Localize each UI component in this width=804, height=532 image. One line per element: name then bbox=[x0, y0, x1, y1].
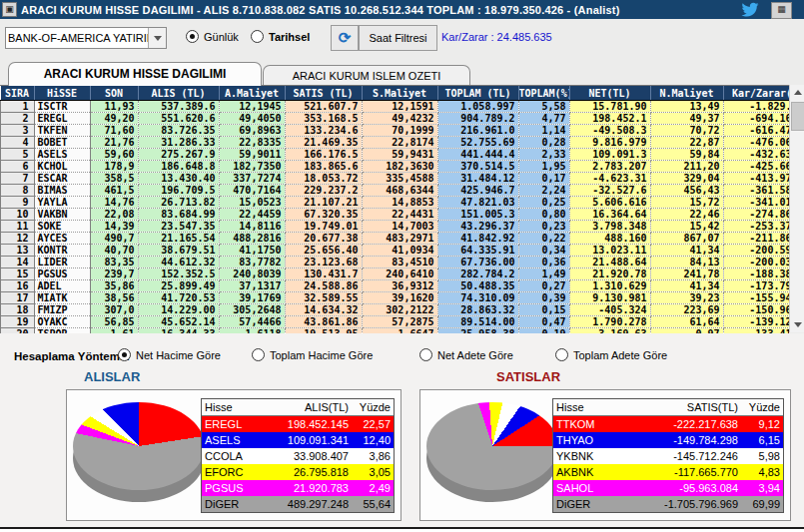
legend-column-header: Yüzde bbox=[353, 399, 394, 415]
legend-hisse: AKBNK bbox=[553, 464, 612, 480]
cell-toplam: 64.335.91 bbox=[437, 245, 518, 257]
cell-son: 40,70 bbox=[90, 245, 138, 257]
cell-alis: 83.726.35 bbox=[138, 125, 219, 137]
table-row[interactable]: 1ISCTR11,93537.389.612,1945521.607.712,1… bbox=[1, 101, 790, 113]
table-row[interactable]: 11SOKE14,3923.547.3514,811619.749.0114,7… bbox=[1, 221, 790, 233]
legend-hisse: PGSUS bbox=[202, 480, 261, 496]
legend-row[interactable]: EREGL198.452.14522,57 bbox=[202, 416, 394, 432]
legend-row[interactable]: TTKOM-222.217.6389,12 bbox=[553, 416, 783, 432]
legend-row[interactable]: CCOLA33.908.4073,86 bbox=[202, 448, 394, 464]
window-icon[interactable]: ▣ bbox=[2, 2, 17, 17]
column-header-net[interactable]: NET(TL) bbox=[569, 86, 650, 101]
column-header-a-maliyet[interactable]: A.Maliyet bbox=[219, 86, 285, 101]
table-row[interactable]: 7ESCAR358,513.430.40337,727418.053.72335… bbox=[1, 173, 790, 185]
cell-son: 35,86 bbox=[90, 280, 138, 292]
table-row[interactable]: 3TKFEN71,6083.726.3569,8963133.234.670,1… bbox=[1, 125, 790, 137]
cell-alis: 537.389.6 bbox=[138, 101, 219, 113]
table-row[interactable]: 2EREGL49,20551.620.649,4050353.168.549,4… bbox=[1, 113, 790, 125]
cell-net: 488.160 bbox=[569, 233, 650, 245]
cell-toplam: 151.005.3 bbox=[437, 209, 518, 221]
radio-toplam-hacime[interactable]: Toplam Hacime Göre bbox=[252, 348, 373, 361]
legend-row[interactable]: EFORC26.795.8183,05 bbox=[202, 464, 394, 480]
column-header-sira[interactable]: SIRA bbox=[1, 86, 35, 101]
legend-value: -95.963.084 bbox=[612, 480, 742, 496]
legend-row[interactable]: AKBNK-117.665.7704,83 bbox=[553, 464, 783, 480]
cell-sira: 16 bbox=[1, 280, 35, 292]
refresh-button[interactable]: ⟳ bbox=[331, 25, 359, 51]
table-row[interactable]: 17MIATK38,5641.720.5339,176932.589.5539,… bbox=[1, 292, 790, 304]
cell-a-maliyet: 57,4466 bbox=[219, 316, 285, 328]
broker-select[interactable]: BANK-OF-AMERICA YATIRIM bbox=[5, 27, 167, 49]
alislar-pie-chart bbox=[73, 402, 205, 506]
table-row[interactable]: 19OYAKC56,8545.652.1457,446643.861.8657,… bbox=[1, 316, 790, 328]
vertical-scrollbar[interactable] bbox=[789, 85, 804, 332]
table-row[interactable]: 6KCHOL178,9186.648.8182,7350183.865.6182… bbox=[1, 161, 790, 173]
table-row[interactable]: 16ADEL35,8625.899.4937,131724.588.8636,9… bbox=[1, 280, 790, 292]
column-header-son[interactable]: SON bbox=[90, 86, 138, 101]
column-header-hisse[interactable]: HiSSE bbox=[34, 86, 90, 101]
legend-yuzde: 3,86 bbox=[353, 448, 394, 464]
table-row[interactable]: 18FMIZP307,014.229.00305,264814.634.3230… bbox=[1, 304, 790, 316]
window-menu-icon[interactable]: ▦ bbox=[771, 2, 792, 19]
radio-dot bbox=[186, 30, 199, 43]
cell-kar-zarar: -188.384 bbox=[723, 268, 789, 280]
legend-row[interactable]: ASELS109.091.34112,40 bbox=[202, 432, 394, 448]
legend-hisse: CCOLA bbox=[202, 448, 261, 464]
cell-hisse: ADEL bbox=[34, 280, 90, 292]
table-row[interactable]: 14LIDER83,3544.612.3283,778223.123.6883,… bbox=[1, 257, 790, 268]
legend-header: HisseSATIS(TL)Yüzde bbox=[553, 399, 783, 416]
table-row[interactable]: 12AYCES490,721.165.54488,281620.677.3848… bbox=[1, 233, 790, 245]
radio-gunluk[interactable]: Günlük bbox=[186, 30, 239, 43]
cell-sira: 2 bbox=[1, 113, 35, 125]
radio-net-adete[interactable]: Net Adete Göre bbox=[419, 348, 513, 361]
chevron-down-icon[interactable] bbox=[148, 28, 166, 48]
column-header-kar-zarar[interactable]: Kar/Zarar( bbox=[723, 86, 789, 101]
tab-hisse-dagilimi[interactable]: ARACI KURUM HISSE DAGILIMI bbox=[8, 62, 262, 86]
cell-kar-zarar: -425.663 bbox=[723, 161, 789, 173]
column-header-n-maliyet[interactable]: N.Maliyet bbox=[650, 86, 723, 101]
radio-toplam-adete[interactable]: Toplam Adete Göre bbox=[555, 348, 667, 361]
saat-filtresi-button[interactable]: Saat Filtresi bbox=[359, 25, 437, 51]
legend-yuzde: 5,98 bbox=[742, 448, 783, 464]
cell-son: 307,0 bbox=[90, 304, 138, 316]
cell-sira: 9 bbox=[1, 197, 35, 209]
legend-row[interactable]: YKBNK-145.712.2465,98 bbox=[553, 448, 783, 464]
column-header-toplam-pct[interactable]: TOPLAM(%) bbox=[518, 86, 569, 101]
table-row[interactable]: 8BIMAS461,5196.709.5470,7164229.237.2468… bbox=[1, 185, 790, 197]
cell-toplam-pct: 5,58 bbox=[518, 101, 569, 113]
column-header-s-maliyet[interactable]: S.Maliyet bbox=[362, 86, 437, 101]
table-row[interactable]: 10VAKBN22,0883.684.9922,445967.320.3522,… bbox=[1, 209, 790, 221]
legend-row[interactable]: PGSUS21.920.7832,49 bbox=[202, 480, 394, 496]
table-row[interactable]: 15PGSUS239,7152.352.5240,8039130.431.724… bbox=[1, 268, 790, 280]
scroll-up-icon[interactable] bbox=[790, 85, 804, 100]
scroll-down-icon[interactable] bbox=[790, 317, 804, 332]
legend-yuzde: 3,05 bbox=[353, 464, 394, 480]
table-row[interactable]: 9YAYLA14,7626.713.8215,052321.107.2114,8… bbox=[1, 197, 790, 209]
legend-row[interactable]: DiGER489.297.24855,64 bbox=[202, 496, 394, 512]
legend-row[interactable]: THYAO-149.784.2986,15 bbox=[553, 432, 783, 448]
cell-hisse: EREGL bbox=[34, 113, 90, 125]
legend-row[interactable]: DiGER-1.705.796.96969,99 bbox=[553, 496, 783, 512]
column-header-satis[interactable]: SATIS (TL) bbox=[285, 86, 362, 101]
cell-sira: 6 bbox=[1, 161, 35, 173]
cell-net: 3.798.348 bbox=[569, 221, 650, 233]
cell-alis: 45.652.14 bbox=[138, 316, 219, 328]
table-row[interactable]: 5ASELS59,60275.267.959,9011166.176.559,9… bbox=[1, 149, 790, 161]
twitter-icon[interactable] bbox=[740, 1, 760, 18]
cell-hisse: KONTR bbox=[34, 245, 90, 257]
cell-kar-zarar: -616.479 bbox=[723, 125, 789, 137]
scrollbar-thumb[interactable] bbox=[791, 102, 804, 131]
cell-net: 13.023.11 bbox=[569, 245, 650, 257]
radio-net-hacime[interactable]: Net Hacime Göre bbox=[118, 348, 221, 361]
table-row[interactable]: 13KONTR40,7038.679.5141,175025.656.4041,… bbox=[1, 245, 790, 257]
cell-toplam-pct: 2,24 bbox=[518, 185, 569, 197]
cell-net: 21.920.78 bbox=[569, 268, 650, 280]
table-row[interactable]: 4BOBET21,7631.286.3322,833521.469.3522,8… bbox=[1, 137, 790, 149]
legend-row[interactable]: SAHOL-95.963.0843,94 bbox=[553, 480, 783, 496]
column-header-toplam[interactable]: TOPLAM (TL) bbox=[437, 86, 518, 101]
cell-toplam: 31.484.12 bbox=[437, 173, 518, 185]
tab-islem-ozeti[interactable]: ARACI KURUM ISLEM OZETI bbox=[263, 65, 470, 86]
cell-son: 71,60 bbox=[90, 125, 138, 137]
radio-tarihsel[interactable]: Tarihsel bbox=[251, 30, 310, 43]
column-header-alis[interactable]: ALIS (TL) bbox=[138, 86, 219, 101]
